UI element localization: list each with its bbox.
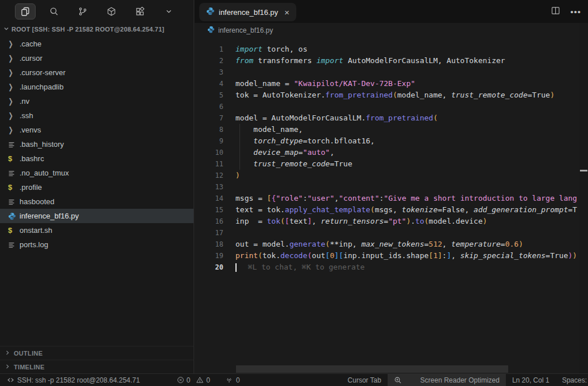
line-number[interactable]: 20 [195, 262, 223, 273]
tree-item--cache[interactable]: ❯.cache [0, 37, 194, 51]
code-line-13[interactable]: 13 [195, 181, 579, 193]
code-line-1[interactable]: 1import torch, os [195, 44, 579, 55]
code-line-5[interactable]: 5tok = AutoTokenizer.from_pretrained(mod… [195, 89, 579, 101]
code-line-14[interactable]: 14msgs = [{"role":"user","content":"Give… [195, 193, 579, 204]
code-line-content[interactable]: trust_remote_code=True [235, 158, 579, 170]
chevron-down-icon[interactable] [158, 3, 179, 20]
code-line-content[interactable]: ) [235, 170, 579, 181]
line-number[interactable]: 13 [195, 181, 223, 193]
cursor-tab-status-item[interactable]: Cursor Tab [341, 374, 387, 386]
code-line-content[interactable] [235, 181, 579, 193]
line-number[interactable]: 18 [195, 239, 223, 250]
outline-section[interactable]: OUTLINE [0, 346, 194, 360]
code-line-content[interactable]: model_name, [235, 124, 579, 135]
line-number[interactable]: 3 [195, 67, 223, 78]
line-number[interactable]: 12 [195, 170, 223, 181]
text-file-icon [8, 170, 15, 177]
tree-item--venvs[interactable]: ❯.venvs [0, 123, 194, 137]
code-line-12[interactable]: 12) [195, 170, 579, 181]
code-line-content[interactable]: device_map="auto", [235, 147, 579, 158]
code-line-content[interactable]: text = tok.apply_chat_template(msgs, tok… [235, 204, 579, 216]
line-number[interactable]: 8 [195, 124, 223, 135]
more-actions-icon[interactable]: ••• [570, 7, 581, 17]
code-line-content[interactable]: import torch, os [235, 44, 579, 55]
code-line-content[interactable]: tok = AutoTokenizer.from_pretrained(mode… [235, 89, 579, 101]
timeline-section[interactable]: TIMELINE [0, 360, 194, 373]
tree-item--cursor[interactable]: ❯.cursor [0, 51, 194, 65]
code-line-3[interactable]: 3 [195, 67, 579, 78]
code-line-7[interactable]: 7model = AutoModelForCausalLM.from_pretr… [195, 112, 579, 124]
code-line-content[interactable]: torch_dtype=torch.bfloat16, [235, 135, 579, 147]
remote-status-item[interactable]: SSH: ssh -p 21582 root@208.64.254.71 [3, 374, 144, 386]
code-line-2[interactable]: 2from transformers import AutoModelForCa… [195, 55, 579, 67]
code-line-10[interactable]: 10 device_map="auto", [195, 147, 579, 158]
code-line-content[interactable] [235, 101, 579, 112]
explorer-root-header[interactable]: ROOT [SSH: SSH -P 21582 ROOT@208.64.254.… [0, 23, 194, 36]
tree-item-ports-log[interactable]: ports.log [0, 237, 194, 252]
explorer-icon[interactable] [15, 3, 36, 20]
tree-item--ssh[interactable]: ❯.ssh [0, 108, 194, 123]
code-line-9[interactable]: 9 torch_dtype=torch.bfloat16, [195, 135, 579, 147]
code-line-content[interactable]: print(tok.decode(out[0][inp.input_ids.sh… [235, 250, 579, 262]
line-number[interactable]: 10 [195, 147, 223, 158]
tab-close-icon[interactable]: × [284, 7, 289, 17]
horizontal-scrollbar[interactable] [236, 365, 508, 373]
code-line-content[interactable]: inp = tok([text], return_tensors="pt").t… [235, 216, 579, 227]
tab-inference-bf16[interactable]: inference_bf16.py × [199, 3, 296, 21]
tree-item--nv[interactable]: ❯.nv [0, 94, 194, 108]
screen-reader-status-item[interactable]: Screen Reader Optimized [388, 374, 506, 386]
code-line-4[interactable]: 4model_name = "Kwaipilot/KAT-Dev-72B-Exp… [195, 78, 579, 89]
tree-item--cursor-server[interactable]: ❯.cursor-server [0, 65, 194, 80]
code-line-content[interactable]: model_name = "Kwaipilot/KAT-Dev-72B-Exp" [235, 78, 579, 89]
code-line-content[interactable] [235, 67, 579, 78]
code-line-6[interactable]: 6 [195, 101, 579, 112]
code-line-content[interactable]: out = model.generate(**inp, max_new_toke… [235, 239, 579, 250]
tree-item--profile[interactable]: $.profile [0, 180, 194, 194]
tree-item-inference-bf16-py[interactable]: inference_bf16.py [0, 209, 194, 223]
extensions-icon[interactable] [130, 3, 150, 20]
indentation-status-item[interactable]: Spaces: [556, 374, 588, 386]
code-line-20[interactable]: 20 ⌘L to chat, ⌘K to generate [195, 262, 579, 273]
search-icon[interactable] [44, 3, 64, 20]
code-line-18[interactable]: 18out = model.generate(**inp, max_new_to… [195, 239, 579, 250]
split-editor-icon[interactable] [551, 6, 560, 17]
line-number[interactable]: 15 [195, 204, 223, 216]
code-line-content[interactable] [235, 227, 579, 239]
tree-item--bash-history[interactable]: .bash_history [0, 137, 194, 151]
line-number[interactable]: 16 [195, 216, 223, 227]
tree-item--bashrc[interactable]: $.bashrc [0, 151, 194, 166]
line-number[interactable]: 9 [195, 135, 223, 147]
line-number[interactable]: 19 [195, 250, 223, 262]
line-number[interactable]: 14 [195, 193, 223, 204]
code-line-11[interactable]: 11 trust_remote_code=True [195, 158, 579, 170]
tree-item-onstart-sh[interactable]: $onstart.sh [0, 223, 194, 237]
line-number[interactable]: 2 [195, 55, 223, 67]
line-number[interactable]: 11 [195, 158, 223, 170]
line-number[interactable]: 4 [195, 78, 223, 89]
line-number[interactable]: 5 [195, 89, 223, 101]
code-line-8[interactable]: 8 model_name, [195, 124, 579, 135]
tree-item-hasbooted[interactable]: hasbooted [0, 194, 194, 209]
source-control-icon[interactable] [72, 3, 93, 20]
code-line-16[interactable]: 16inp = tok([text], return_tensors="pt")… [195, 216, 579, 227]
line-number[interactable]: 1 [195, 44, 223, 55]
code-line-15[interactable]: 15text = tok.apply_chat_template(msgs, t… [195, 204, 579, 216]
remote-explorer-cube-icon[interactable] [101, 3, 122, 20]
line-number[interactable]: 7 [195, 112, 223, 124]
breadcrumb[interactable]: inference_bf16.py [195, 23, 588, 38]
cursor-position-status-item[interactable]: Ln 20, Col 1 [506, 374, 556, 386]
problems-status-item[interactable]: 0 0 [173, 374, 214, 386]
code-line-content[interactable]: msgs = [{"role":"user","content":"Give m… [235, 193, 579, 204]
tree-item--launchpadlib[interactable]: ❯.launchpadlib [0, 80, 194, 94]
code-line-content[interactable]: from transformers import AutoModelForCau… [235, 55, 579, 67]
code-editor[interactable]: 1import torch, os2from transformers impo… [195, 44, 579, 373]
overview-ruler[interactable] [579, 23, 588, 373]
line-number[interactable]: 6 [195, 101, 223, 112]
ports-status-item[interactable]: 0 [222, 374, 243, 386]
line-number[interactable]: 17 [195, 227, 223, 239]
tree-item--no-auto-tmux[interactable]: .no_auto_tmux [0, 166, 194, 180]
code-line-content[interactable]: model = AutoModelForCausalLM.from_pretra… [235, 112, 579, 124]
code-line-content[interactable]: ⌘L to chat, ⌘K to generate [235, 262, 579, 273]
code-line-17[interactable]: 17 [195, 227, 579, 239]
code-line-19[interactable]: 19print(tok.decode(out[0][inp.input_ids.… [195, 250, 579, 262]
